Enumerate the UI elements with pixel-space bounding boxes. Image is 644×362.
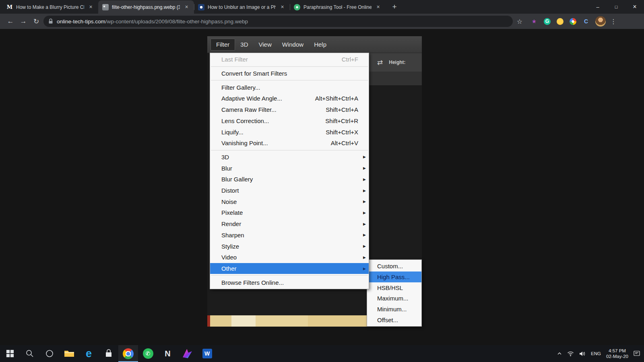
ps-menu-3d[interactable]: 3D — [235, 39, 253, 51]
menu-item-distort[interactable]: Distort ▶ — [210, 185, 369, 196]
grammarly-extension-icon[interactable]: G — [544, 18, 551, 25]
submenu-item-offset[interactable]: Offset... — [367, 315, 421, 325]
submenu-item-minimum[interactable]: Minimum... — [367, 304, 421, 315]
tab-strip: M How to Make a Blurry Picture Cle × fil… — [0, 0, 644, 14]
action-center-icon[interactable] — [634, 351, 640, 356]
menu-item-render[interactable]: Render ▶ — [210, 218, 369, 230]
window-maximize-button[interactable]: □ — [607, 0, 625, 14]
tab-highpass-image[interactable]: filte-other-highpass.png.webp (3 × — [98, 0, 194, 14]
emoji-extension-icon[interactable] — [557, 18, 564, 25]
tab-close-icon[interactable]: × — [279, 4, 286, 10]
submenu-arrow-icon: ▶ — [363, 255, 366, 259]
menu-item-liquify[interactable]: Liquify... Shift+Ctrl+X — [210, 126, 369, 138]
submenu-arrow-icon: ▶ — [363, 166, 366, 170]
menu-item-shortcut: Alt+Ctrl+V — [331, 140, 358, 146]
menu-item-blur[interactable]: Blur ▶ — [210, 162, 369, 174]
tab-close-icon[interactable]: × — [375, 4, 382, 10]
submenu-arrow-icon: ▶ — [363, 244, 366, 248]
tab-title: How to Make a Blurry Picture Cle — [16, 4, 84, 10]
google-extension-icon[interactable] — [570, 18, 576, 25]
address-bar[interactable]: online-tech-tips.com /wp-content/uploads… — [43, 16, 513, 27]
language-indicator[interactable]: ENG — [591, 351, 601, 356]
menu-item-camera-raw-filter[interactable]: Camera Raw Filter... Shift+Ctrl+A — [210, 104, 369, 115]
ps-menu-help[interactable]: Help — [309, 39, 332, 51]
file-explorer-button[interactable] — [59, 345, 79, 362]
menu-item-noise[interactable]: Noise ▶ — [210, 196, 369, 207]
chrome-taskbar-button[interactable] — [118, 345, 138, 362]
edge-button[interactable]: e — [79, 345, 99, 362]
tab-unblur-image[interactable]: How to Unblur an Image or a Ph × — [194, 0, 290, 14]
menu-item-lens-correction[interactable]: Lens Correction... Shift+Ctrl+R — [210, 115, 369, 127]
menu-item-shortcut: Ctrl+F — [342, 56, 358, 63]
taskbar-clock[interactable]: 4:57 PM 02-May-20 — [606, 348, 628, 359]
tray-chevron-up-icon[interactable] — [557, 352, 562, 355]
menu-item-label: Blur Gallery — [221, 176, 253, 183]
submenu-item-hsb-hsl[interactable]: HSB/HSL — [367, 282, 421, 293]
microsoft-store-button[interactable] — [99, 345, 118, 362]
paint3d-button[interactable] — [178, 345, 197, 362]
menu-item-video[interactable]: Video ▶ — [210, 252, 369, 263]
menu-item-adaptive-wide-angle[interactable]: Adaptive Wide Angle... Alt+Shift+Ctrl+A — [210, 93, 369, 104]
swap-arrows-icon: ⇄ — [377, 58, 383, 67]
network-wifi-icon[interactable] — [567, 351, 574, 356]
profile-avatar[interactable] — [595, 16, 606, 27]
netflix-icon: N — [165, 349, 170, 358]
cortana-button[interactable] — [39, 345, 59, 362]
menu-item-filter-gallery[interactable]: Filter Gallery... — [210, 82, 369, 93]
reload-button[interactable]: ↻ — [30, 15, 43, 27]
windows-taskbar: e ✆ N W ENG 4:57 PM 02-May-20 — [0, 345, 644, 362]
window-caption-buttons: – □ × — [588, 0, 644, 14]
browser-toolbar: ← → ↻ online-tech-tips.com /wp-content/u… — [0, 14, 644, 29]
search-button[interactable] — [20, 345, 39, 362]
menu-item-label: Blur — [221, 165, 232, 172]
bookmark-star-icon[interactable]: ☆ — [514, 15, 526, 27]
browser-menu-button[interactable]: ⋮ — [608, 15, 619, 27]
volume-icon[interactable] — [579, 351, 586, 356]
back-button[interactable]: ← — [4, 15, 17, 27]
new-tab-button[interactable]: + — [389, 1, 400, 12]
window-minimize-button[interactable]: – — [588, 0, 607, 14]
menu-item-vanishing-point[interactable]: Vanishing Point... Alt+Ctrl+V — [210, 138, 369, 149]
menu-item-stylize[interactable]: Stylize ▶ — [210, 241, 369, 252]
netflix-button[interactable]: N — [158, 345, 178, 362]
window-close-button[interactable]: × — [625, 0, 644, 14]
tab-close-icon[interactable]: × — [87, 4, 94, 10]
menu-item-shortcut: Shift+Ctrl+A — [326, 106, 358, 113]
whatsapp-icon: ✆ — [143, 348, 153, 359]
menu-item-sharpen[interactable]: Sharpen ▶ — [210, 230, 369, 241]
menu-item-blur-gallery[interactable]: Blur Gallery ▶ — [210, 174, 369, 185]
menu-item-other[interactable]: Other ▶ — [210, 263, 369, 274]
menu-item-convert-smart-filters[interactable]: Convert for Smart Filters — [210, 68, 369, 79]
ps-menu-view[interactable]: View — [254, 39, 277, 51]
menu-item-3d[interactable]: 3D ▶ — [210, 152, 369, 163]
submenu-item-custom[interactable]: Custom... — [367, 261, 421, 272]
c-extension-icon[interactable]: C — [582, 18, 590, 25]
ps-menu-window[interactable]: Window — [277, 39, 309, 51]
submenu-item-label: Offset... — [377, 317, 398, 323]
submenu-item-label: Custom... — [377, 263, 403, 269]
menu-item-browse-filters-online[interactable]: Browse Filters Online... — [210, 277, 369, 288]
menu-separator — [211, 150, 368, 150]
submenu-item-label: Minimum... — [377, 306, 407, 313]
submenu-item-high-pass[interactable]: High Pass... — [367, 272, 421, 282]
menu-item-last-filter: Last Filter Ctrl+F — [210, 54, 369, 65]
word-button[interactable]: W — [197, 345, 217, 362]
start-button[interactable] — [0, 345, 20, 362]
extension-pin-icon[interactable]: * — [530, 16, 538, 27]
menu-item-label: Liquify... — [221, 129, 244, 136]
ps-menu-filter[interactable]: Filter — [211, 39, 235, 51]
menu-item-label: Render — [221, 220, 241, 227]
height-label: Height: — [389, 60, 405, 65]
tab-blurry-picture[interactable]: M How to Make a Blurry Picture Cle × — [2, 0, 98, 14]
forward-button[interactable]: → — [17, 15, 30, 27]
menu-item-label: Browse Filters Online... — [221, 279, 284, 286]
submenu-arrow-icon: ▶ — [363, 200, 366, 204]
url-domain: online-tech-tips.com — [57, 19, 105, 25]
photoshop-screenshot-image: Filter 3D View Window Help ⇄ Height: Las… — [207, 36, 422, 327]
menu-item-pixelate[interactable]: Pixelate ▶ — [210, 207, 369, 218]
menu-item-label: Convert for Smart Filters — [221, 70, 287, 77]
submenu-item-maximum[interactable]: Maximum... — [367, 293, 421, 304]
whatsapp-button[interactable]: ✆ — [138, 345, 158, 362]
tab-close-icon[interactable]: × — [183, 4, 190, 10]
tab-paraphrasing-tool[interactable]: Paraphrasing Tool - Free Online T × — [290, 0, 386, 14]
